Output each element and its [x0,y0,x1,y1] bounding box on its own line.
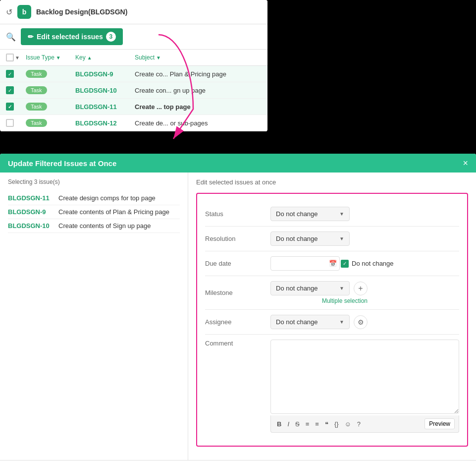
table-row[interactable]: ✓ Task BLGDSGN-11 Create ... top page [0,99,267,115]
modal-header: Update Filtered Issues at Once × [0,154,476,173]
task-badge: Task [26,70,47,78]
edit-selected-button[interactable]: ✏ Edit selected issues 3 [21,28,123,45]
ordered-list-button[interactable]: ≡ [313,419,321,429]
assignee-dropdown-arrow: ▼ [339,319,344,325]
emoji-button[interactable]: ☺ [343,419,353,429]
unordered-list-button[interactable]: ≡ [304,419,312,429]
issue-subject-9: Create co... Plan & Pricing page [135,70,262,78]
edit-form: Status Do not change ▼ Resolution Do not… [196,193,468,447]
milestone-control: Do not change ▼ + Multiple selection [270,281,459,304]
modal-right-panel: Edit selected issues at once Status Do n… [188,173,476,460]
sort-key: ▲ [87,55,92,60]
issue-key-11[interactable]: BLGDSGN-11 [75,103,135,111]
search-button[interactable]: 🔍 [6,32,16,42]
back-icon[interactable]: ↺ [6,7,12,17]
edit-panel-title: Edit selected issues at once [196,178,468,186]
issue-subject-10: Create con... gn up page [135,87,262,94]
do-not-change-checkbox-label[interactable]: ✓ Do not change [341,260,394,268]
modal-close-button[interactable]: × [463,159,468,168]
milestone-dropdown-arrow: ▼ [339,286,344,291]
status-value: Do not change [276,210,318,218]
issue-key-9[interactable]: BLGDSGN-9 [75,70,135,78]
due-date-control: 📅 ✓ Do not change [270,256,459,271]
status-control: Do not change ▼ [270,207,459,221]
milestone-value: Do not change [276,285,318,292]
assignee-row: Assignee Do not change ▼ ⚙ [205,310,459,335]
select-all-checkbox[interactable] [6,54,14,61]
resolution-label: Resolution [205,235,264,242]
modal-body: Selecting 3 issue(s) BLGDSGN-11 Create d… [0,173,476,460]
col-subject-label: Subject [135,54,155,61]
table-row[interactable]: ✓ Task BLGDSGN-9 Create co... Plan & Pri… [0,66,267,82]
assignee-settings-button[interactable]: ⚙ [354,315,368,329]
row-checkbox-9[interactable]: ✓ [6,70,14,78]
preview-button[interactable]: Preview [424,418,455,429]
row-checkbox-11[interactable]: ✓ [6,103,14,111]
app-logo: b [17,5,31,19]
issue-list-key-10[interactable]: BLGDSGN-10 [8,222,53,230]
code-button[interactable]: {} [332,419,341,429]
status-dropdown[interactable]: Do not change ▼ [270,207,350,221]
col-issue-type[interactable]: Issue Type ▼ [26,54,75,61]
assignee-control: Do not change ▼ ⚙ [270,315,459,329]
sort-subject: ▼ [156,55,161,60]
assignee-value: Do not change [276,318,318,326]
bulk-edit-modal: Update Filtered Issues at Once × Selecti… [0,154,476,461]
sort-issue-type: ▼ [56,55,61,60]
list-item: BLGDSGN-9 Create contents of Plan & Pric… [8,205,180,219]
assignee-dropdown[interactable]: Do not change ▼ [270,315,350,329]
issue-key-10[interactable]: BLGDSGN-10 [75,87,135,94]
comment-textarea[interactable] [270,340,459,414]
assignee-label: Assignee [205,318,264,326]
issue-list-key-11[interactable]: BLGDSGN-11 [8,194,53,202]
do-not-change-label: Do not change [352,260,394,267]
comment-toolbar: B I S ≡ ≡ ❝ {} ☺ ? Preview [270,415,459,433]
backlog-panel: ↺ b Backlog Design(BLGDSGN) 🔍 ✏ Edit sel… [0,0,267,131]
bold-button[interactable]: B [275,419,283,429]
milestone-dropdown[interactable]: Do not change ▼ [270,281,350,295]
resolution-value: Do not change [276,235,318,242]
status-label: Status [205,210,264,218]
issue-subject-12: Create de... or sub-pages [135,119,262,127]
resolution-row: Resolution Do not change ▼ [205,227,459,251]
edit-icon: ✏ [28,33,34,41]
col-key-label: Key [75,54,86,61]
list-toolbar: 🔍 ✏ Edit selected issues 3 [0,24,267,50]
multiple-selection-link[interactable]: Multiple selection [270,297,368,304]
issue-subject-11: Create ... top page [135,103,262,111]
issue-list-subject-10: Create contents of Sign up page [58,222,151,230]
sort-icon: ▼ [15,55,20,60]
issue-list-subject-9: Create contents of Plan & Pricing page [58,208,169,216]
selecting-label: Selecting 3 issue(s) [8,178,180,185]
italic-button[interactable]: I [285,419,291,429]
task-badge: Task [26,119,47,127]
row-checkbox-10[interactable]: ✓ [6,86,14,94]
milestone-wrap: Do not change ▼ + Multiple selection [270,281,368,304]
row-checkbox-12[interactable] [6,119,14,127]
issue-key-12[interactable]: BLGDSGN-12 [75,119,135,127]
table-row[interactable]: ✓ Task BLGDSGN-10 Create con... gn up pa… [0,82,267,99]
edit-selected-label: Edit selected issues [37,33,103,41]
resolution-dropdown[interactable]: Do not change ▼ [270,231,350,246]
calendar-icon: 📅 [329,260,337,267]
milestone-add-button[interactable]: + [354,282,368,295]
comment-label: Comment [205,340,264,347]
due-date-label: Due date [205,260,264,267]
col-key[interactable]: Key ▲ [75,54,135,61]
comment-row: Comment B I S ≡ ≡ ❝ {} ☺ ? [205,335,459,438]
strikethrough-button[interactable]: S [293,419,302,429]
task-badge: Task [26,103,47,111]
quote-button[interactable]: ❝ [323,419,330,429]
do-not-change-checkbox[interactable]: ✓ [341,260,349,268]
issue-list-subject-11: Create design comps for top page [58,194,156,202]
table-row[interactable]: Task BLGDSGN-12 Create de... or sub-page… [0,115,267,131]
top-bar: ↺ b Backlog Design(BLGDSGN) [0,0,267,24]
col-issue-type-label: Issue Type [26,54,54,61]
modal-title: Update Filtered Issues at Once [8,159,116,168]
due-date-row: Due date 📅 ✓ Do not change [205,251,459,276]
issue-list-key-9[interactable]: BLGDSGN-9 [8,208,53,216]
help-button[interactable]: ? [355,419,363,429]
milestone-label: Milestone [205,289,264,296]
list-item: BLGDSGN-10 Create contents of Sign up pa… [8,219,180,233]
col-subject[interactable]: Subject ▼ [135,54,262,61]
